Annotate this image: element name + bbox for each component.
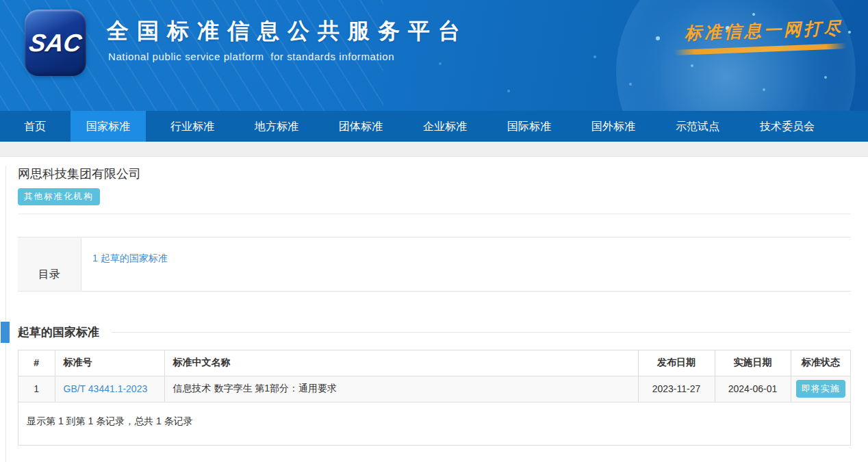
table-header-row: # 标准号 标准中文名称 发布日期 实施日期 标准状态	[18, 350, 850, 376]
nav-item-4[interactable]: 地方标准	[239, 111, 314, 142]
main-nav: 首页国家标准行业标准地方标准团体标准企业标准国际标准国外标准示范试点技术委员会	[0, 111, 868, 142]
standards-table-container: # 标准号 标准中文名称 发布日期 实施日期 标准状态 1 GB/T 43441…	[18, 350, 851, 446]
toc-label: 目录	[18, 238, 81, 291]
cell-standard-name: 信息技术 数字孪生 第1部分：通用要求	[164, 376, 638, 402]
standard-number-link[interactable]: GB/T 43441.1-2023	[64, 383, 148, 394]
col-header-publish-date: 发布日期	[638, 350, 715, 376]
nav-item-1[interactable]: 首页	[8, 111, 62, 142]
nav-item-6[interactable]: 企业标准	[407, 111, 483, 142]
section-accent-bar	[1, 322, 10, 343]
section-header: 起草的国家标准	[18, 321, 851, 343]
organization-name: 网思科技集团有限公司	[18, 166, 851, 182]
table-row: 1 GB/T 43441.1-2023 信息技术 数字孪生 第1部分：通用要求 …	[18, 376, 850, 402]
nav-item-7[interactable]: 国际标准	[492, 111, 567, 142]
cell-publish-date: 2023-11-27	[638, 376, 715, 402]
cell-standard-no: GB/T 43441.1-2023	[55, 376, 164, 402]
standards-table: # 标准号 标准中文名称 发布日期 实施日期 标准状态 1 GB/T 43441…	[18, 350, 850, 402]
nav-item-9[interactable]: 示范试点	[660, 111, 735, 142]
page-background-strip	[0, 142, 868, 157]
record-summary: 显示第 1 到第 1 条记录，总共 1 条记录	[18, 402, 850, 445]
site-subtitle: National public service platform for sta…	[108, 51, 394, 62]
sac-logo[interactable]: SAC	[25, 10, 86, 76]
col-header-index: #	[18, 350, 55, 376]
main-content: 网思科技集团有限公司 其他标准化机构 目录 1 起草的国家标准 起草的国家标准 …	[5, 166, 868, 462]
site-title: 全国标准信息公共服务平台	[107, 16, 468, 47]
cell-implement-date: 2024-06-01	[715, 376, 791, 402]
section-title: 起草的国家标准	[18, 324, 99, 340]
col-header-standard-no: 标准号	[55, 350, 164, 376]
cell-status: 即将实施	[791, 376, 850, 402]
section-rule-line	[112, 332, 851, 333]
toc-link-drafted-standards[interactable]: 1 起草的国家标准	[92, 253, 168, 264]
nav-item-3[interactable]: 行业标准	[155, 111, 230, 142]
sparkle-dots-decoration	[0, 0, 1, 1]
status-badge: 即将实施	[796, 380, 845, 398]
col-header-standard-name: 标准中文名称	[164, 350, 638, 376]
nav-item-10[interactable]: 技术委员会	[744, 111, 830, 142]
site-header: SAC 全国标准信息公共服务平台 National public service…	[0, 0, 868, 111]
sac-logo-text: SAC	[27, 29, 84, 57]
nav-item-8[interactable]: 国外标准	[576, 111, 651, 142]
toc-body: 1 起草的国家标准	[81, 238, 851, 291]
nav-item-2[interactable]: 国家标准	[71, 111, 146, 142]
table-of-contents: 目录 1 起草的国家标准	[18, 237, 851, 292]
organization-type-badge: 其他标准化机构	[18, 188, 100, 205]
col-header-status: 标准状态	[791, 350, 850, 376]
col-header-implement-date: 实施日期	[715, 350, 791, 376]
nav-item-5[interactable]: 团体标准	[323, 111, 398, 142]
org-section-divider	[18, 214, 851, 214]
cell-index: 1	[18, 376, 55, 402]
